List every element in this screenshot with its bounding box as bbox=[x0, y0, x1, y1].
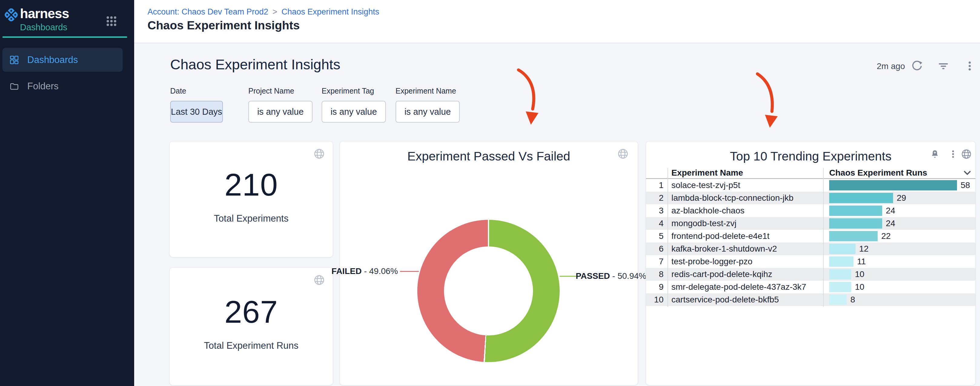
gutter-divider bbox=[667, 168, 668, 307]
runs-bar-cell: 29 bbox=[829, 193, 973, 203]
runs-value: 11 bbox=[857, 257, 866, 267]
annotation-arrowhead bbox=[765, 115, 778, 128]
experiment-name-cell: solace-test-zvj-p5t bbox=[671, 180, 740, 190]
more-options-icon[interactable] bbox=[964, 60, 975, 71]
filter-label: Experiment Name bbox=[396, 87, 460, 95]
date-filter-button[interactable]: Last 30 Days bbox=[170, 101, 223, 122]
breadcrumb-link-account[interactable]: Account: Chaos Dev Team Prod2 bbox=[148, 7, 268, 17]
filter-label: Experiment Tag bbox=[321, 87, 386, 95]
experiment-tag-filter-button[interactable]: is any value bbox=[321, 101, 386, 122]
table-row[interactable]: 5frontend-pod-delete-e4e1t22 bbox=[646, 230, 975, 243]
runs-bar-cell: 10 bbox=[829, 269, 973, 280]
runs-bar[interactable] bbox=[829, 218, 882, 229]
runs-value: 58 bbox=[961, 180, 970, 190]
filter-group-date: Date Last 30 Days bbox=[170, 87, 223, 122]
passed-callout-line bbox=[560, 276, 577, 277]
column-header-chaos-experiment-runs[interactable]: Chaos Experiment Runs bbox=[829, 168, 927, 178]
sidebar-item-folders[interactable]: Folders bbox=[2, 74, 123, 98]
runs-bar[interactable] bbox=[829, 269, 851, 280]
runs-bar-cell: 24 bbox=[829, 206, 973, 216]
tile-value: 267 bbox=[224, 294, 278, 330]
donut-chart-card: Experiment Passed Vs Failed FAILED - 49.… bbox=[339, 141, 638, 385]
runs-bar[interactable] bbox=[829, 193, 893, 203]
experiment-name-cell: cartservice-pod-delete-bkfb5 bbox=[671, 295, 779, 305]
runs-value: 10 bbox=[855, 270, 864, 279]
experiment-name-filter-button[interactable]: is any value bbox=[396, 101, 460, 122]
filter-icon[interactable] bbox=[938, 60, 949, 71]
table-row[interactable]: 2lambda-block-tcp-connection-jkb29 bbox=[646, 192, 975, 204]
runs-bar-cell: 24 bbox=[829, 218, 973, 229]
top-experiments-card: Top 10 Trending Experiments Experiment N… bbox=[646, 141, 976, 385]
experiment-name-cell: lambda-block-tcp-connection-jkb bbox=[671, 193, 794, 203]
brand-underline bbox=[2, 37, 127, 38]
runs-value: 8 bbox=[850, 295, 855, 305]
runs-bar[interactable] bbox=[829, 256, 853, 267]
table-row[interactable]: 8redis-cart-pod-delete-kqihz10 bbox=[646, 268, 975, 281]
row-rank: 2 bbox=[646, 193, 663, 203]
last-refreshed: 2m ago bbox=[877, 62, 905, 71]
breadcrumb-link-dashboard[interactable]: Chaos Experiment Insights bbox=[282, 7, 379, 17]
runs-value: 24 bbox=[886, 206, 895, 216]
breadcrumb-separator: > bbox=[272, 7, 277, 17]
experiment-name-cell: test-probe-logger-pzo bbox=[671, 257, 752, 267]
table-row[interactable]: 9smr-delegate-pod-delete-437az-3k710 bbox=[646, 281, 975, 293]
table-header-row: Experiment Name Chaos Experiment Runs bbox=[646, 168, 975, 179]
table-row[interactable]: 4mongodb-test-zvj24 bbox=[646, 217, 975, 230]
app-window: harness Dashboards Dashboards bbox=[0, 0, 980, 386]
brand-name: harness bbox=[20, 6, 69, 21]
row-rank: 6 bbox=[646, 244, 663, 254]
bell-plus-icon[interactable] bbox=[930, 149, 940, 159]
row-rank: 9 bbox=[646, 282, 663, 292]
page-title: Chaos Experiment Insights bbox=[148, 19, 300, 32]
sidebar-item-dashboards[interactable]: Dashboards bbox=[2, 48, 123, 72]
table-row[interactable]: 10cartservice-pod-delete-bkfb58 bbox=[646, 293, 975, 306]
globe-icon[interactable] bbox=[313, 148, 325, 160]
experiment-name-cell: frontend-pod-delete-e4e1t bbox=[671, 231, 770, 241]
passed-slice-label: PASSED - 50.94% bbox=[576, 271, 646, 281]
apps-grid-icon[interactable] bbox=[106, 16, 117, 27]
runs-bar[interactable] bbox=[829, 180, 957, 191]
runs-bar[interactable] bbox=[829, 206, 882, 216]
row-rank: 1 bbox=[646, 180, 663, 190]
tile-total-experiment-runs: 267 Total Experiment Runs bbox=[169, 267, 333, 385]
runs-value: 24 bbox=[886, 219, 895, 228]
table-row[interactable]: 3az-blackhole-chaos24 bbox=[646, 204, 975, 217]
row-rank: 10 bbox=[646, 295, 663, 305]
table-row[interactable]: 7test-probe-logger-pzo11 bbox=[646, 255, 975, 268]
row-rank: 7 bbox=[646, 257, 663, 267]
filter-group-experiment-tag: Experiment Tag is any value bbox=[321, 87, 386, 122]
donut-chart[interactable] bbox=[417, 220, 560, 362]
folder-icon bbox=[10, 82, 19, 91]
runs-bar[interactable] bbox=[829, 282, 851, 292]
table-row[interactable]: 6kafka-broker-1-shutdown-v212 bbox=[646, 243, 975, 255]
runs-bar[interactable] bbox=[829, 231, 878, 241]
table-title: Top 10 Trending Experiments bbox=[646, 149, 975, 164]
runs-bar[interactable] bbox=[829, 295, 847, 305]
runs-bar-cell: 22 bbox=[829, 231, 973, 241]
kebab-menu-icon[interactable] bbox=[948, 149, 958, 159]
runs-bar[interactable] bbox=[829, 244, 856, 254]
annotation-arrow bbox=[519, 70, 534, 109]
experiment-name-cell: kafka-broker-1-shutdown-v2 bbox=[671, 244, 777, 254]
globe-icon[interactable] bbox=[313, 274, 325, 286]
donut-chart-title: Experiment Passed Vs Failed bbox=[340, 149, 638, 164]
runs-bar-cell: 10 bbox=[829, 282, 973, 292]
failed-slice-label: FAILED - 49.06% bbox=[332, 267, 398, 276]
sidebar-item-label: Folders bbox=[27, 81, 59, 92]
failed-callout-line bbox=[400, 271, 419, 272]
globe-icon[interactable] bbox=[961, 149, 972, 160]
experiment-name-cell: redis-cart-pod-delete-kqihz bbox=[671, 270, 772, 279]
table-row[interactable]: 1solace-test-zvj-p5t58 bbox=[646, 179, 975, 192]
topbar: Account: Chaos Dev Team Prod2 > Chaos Ex… bbox=[134, 0, 980, 43]
column-divider bbox=[823, 168, 824, 307]
row-rank: 8 bbox=[646, 270, 663, 279]
project-name-filter-button[interactable]: is any value bbox=[248, 101, 313, 122]
sidebar: harness Dashboards Dashboards bbox=[0, 0, 134, 386]
breadcrumb: Account: Chaos Dev Team Prod2 > Chaos Ex… bbox=[148, 7, 379, 17]
sort-chevron-down-icon[interactable] bbox=[963, 170, 971, 176]
refresh-icon[interactable] bbox=[912, 60, 923, 71]
runs-bar-cell: 11 bbox=[829, 256, 973, 267]
globe-icon[interactable] bbox=[617, 148, 629, 160]
dashboard-panes-icon bbox=[10, 56, 19, 65]
row-rank: 3 bbox=[646, 206, 663, 216]
